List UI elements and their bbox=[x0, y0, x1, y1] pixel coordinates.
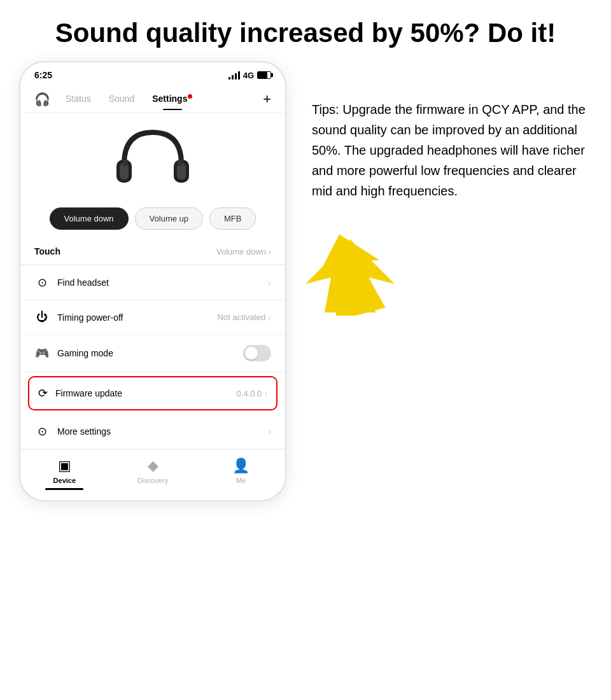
tab-status[interactable]: Status bbox=[59, 88, 97, 110]
headphone-area bbox=[20, 113, 285, 201]
nav-item-me[interactable]: 👤 Me bbox=[197, 458, 285, 490]
discovery-nav-icon: ◆ bbox=[148, 458, 158, 474]
timing-power-off-value: Not activated bbox=[217, 312, 265, 322]
battery-icon bbox=[257, 71, 271, 79]
find-headset-icon: ⊙ bbox=[34, 276, 50, 290]
headline: Sound quality increased by 50%? Do it! bbox=[0, 0, 611, 61]
svg-rect-5 bbox=[178, 160, 183, 166]
firmware-update-value: 0.4.0.0 bbox=[237, 389, 262, 398]
timing-power-off-label: Timing power-off bbox=[57, 312, 217, 323]
gaming-mode-label: Gaming mode bbox=[57, 348, 243, 358]
content-area: 6:25 4G 🎧 Status Sound bbox=[0, 61, 611, 501]
status-right: 4G bbox=[228, 71, 271, 80]
row-firmware-update[interactable]: ⟳ Firmware update 0.4.0.0 › bbox=[28, 376, 277, 410]
phone-mockup: 6:25 4G 🎧 Status Sound bbox=[19, 61, 286, 501]
firmware-update-arrow: › bbox=[264, 388, 267, 398]
tab-plus[interactable]: + bbox=[259, 87, 275, 111]
more-settings-label: More settings bbox=[57, 426, 268, 437]
tab-settings[interactable]: Settings bbox=[146, 88, 199, 110]
me-nav-label: Me bbox=[236, 477, 246, 484]
find-headset-label: Find headset bbox=[57, 277, 268, 288]
firmware-update-icon: ⟳ bbox=[38, 386, 48, 400]
bottom-nav: ▣ Device ◆ Discovery 👤 Me bbox=[20, 449, 285, 500]
network-type: 4G bbox=[243, 71, 254, 80]
settings-section: ⊙ Find headset › ⏻ Timing power-off Not … bbox=[20, 265, 285, 449]
time: 6:25 bbox=[34, 70, 52, 80]
device-nav-icon: ▣ bbox=[58, 458, 71, 474]
gaming-mode-toggle[interactable] bbox=[243, 345, 271, 361]
touch-value: Volume down › bbox=[216, 247, 271, 256]
app-tabs: 🎧 Status Sound Settings + bbox=[20, 84, 285, 113]
power-off-icon: ⏻ bbox=[34, 311, 50, 324]
me-nav-icon: 👤 bbox=[232, 458, 249, 474]
find-headset-arrow: › bbox=[268, 277, 271, 288]
more-settings-icon: ⊙ bbox=[34, 424, 50, 438]
discovery-nav-label: Discovery bbox=[137, 477, 168, 484]
btn-mfb[interactable]: MFB bbox=[209, 207, 256, 230]
btn-volume-up[interactable]: Volume up bbox=[135, 207, 203, 230]
yellow-arrow bbox=[286, 233, 414, 316]
headphone-tab-icon[interactable]: 🎧 bbox=[31, 87, 54, 112]
button-row: Volume down Volume up MFB bbox=[20, 201, 285, 239]
status-bar: 6:25 4G bbox=[20, 62, 285, 84]
svg-rect-4 bbox=[123, 160, 128, 166]
tab-sound[interactable]: Sound bbox=[102, 88, 141, 110]
device-nav-label: Device bbox=[53, 477, 76, 484]
tips-section: Tips: Upgrade the firmware in QCY APP, a… bbox=[306, 61, 592, 316]
nav-item-device[interactable]: ▣ Device bbox=[20, 458, 109, 490]
headphone-image bbox=[111, 123, 194, 196]
more-settings-arrow: › bbox=[268, 426, 271, 437]
arrow-area bbox=[312, 233, 592, 316]
btn-volume-down[interactable]: Volume down bbox=[50, 207, 129, 230]
row-timing-power-off[interactable]: ⏻ Timing power-off Not activated › bbox=[20, 300, 285, 335]
touch-row: Touch Volume down › bbox=[20, 239, 285, 265]
gaming-mode-icon: 🎮 bbox=[34, 346, 50, 360]
nav-item-discovery[interactable]: ◆ Discovery bbox=[109, 458, 197, 490]
row-gaming-mode[interactable]: 🎮 Gaming mode bbox=[20, 335, 285, 372]
svg-marker-7 bbox=[306, 239, 395, 312]
touch-label: Touch bbox=[34, 246, 60, 256]
row-find-headset[interactable]: ⊙ Find headset › bbox=[20, 265, 285, 300]
device-nav-underline bbox=[45, 488, 83, 490]
timing-power-off-arrow: › bbox=[268, 312, 271, 323]
firmware-update-label: Firmware update bbox=[55, 388, 237, 398]
signal-bars bbox=[228, 71, 240, 80]
tips-text: Tips: Upgrade the firmware in QCY APP, a… bbox=[312, 99, 592, 201]
row-more-settings[interactable]: ⊙ More settings › bbox=[20, 414, 285, 449]
